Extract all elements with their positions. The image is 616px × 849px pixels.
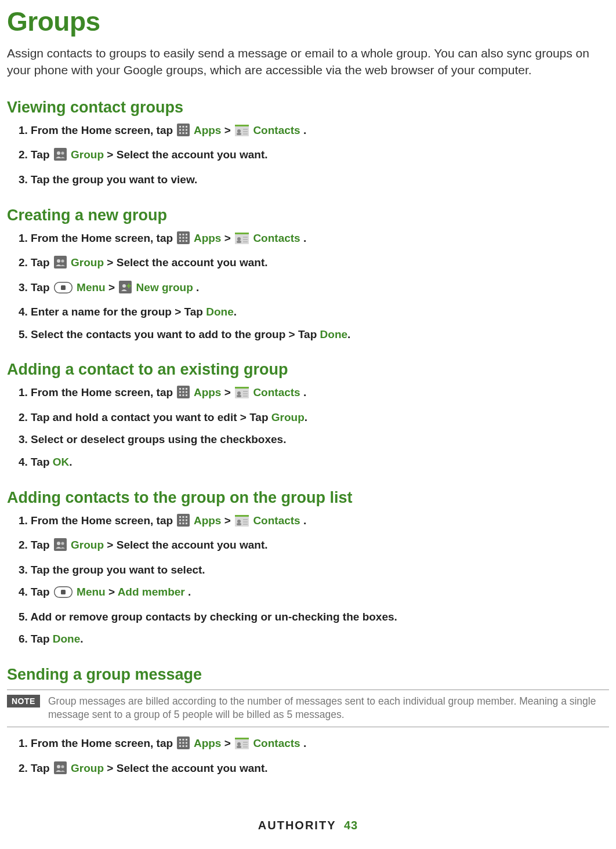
kw-ok: OK	[53, 456, 70, 468]
text: .	[196, 281, 199, 293]
text: 1. From the Home screen, tap	[19, 124, 176, 136]
footer-page: 43	[344, 819, 358, 832]
kw-group: Group	[71, 148, 104, 161]
text: > Select the account you want.	[107, 256, 267, 269]
heading-addcontacts-list: Adding contacts to the group on the grou…	[7, 489, 609, 507]
heading-viewing: Viewing contact groups	[7, 99, 609, 117]
kw-newgroup: New group	[136, 281, 193, 293]
text: .	[303, 386, 306, 398]
text: 3. Tap	[19, 281, 53, 293]
heading-sending: Sending a group message	[7, 666, 609, 684]
contacts-icon	[235, 233, 249, 249]
text: 1. From the Home screen, tap	[19, 514, 176, 527]
text: >	[224, 386, 234, 398]
list-item: 5. Select the contacts you want to add t…	[19, 326, 609, 343]
text: >	[108, 586, 118, 598]
contacts-icon	[235, 515, 249, 531]
text: .	[305, 411, 307, 423]
list-item: 4. Enter a name for the group > Tap Done…	[19, 304, 609, 320]
text: > Select the account you want.	[107, 539, 267, 551]
heading-addcontact: Adding a contact to an existing group	[7, 361, 609, 379]
contacts-icon	[235, 738, 249, 754]
text: .	[69, 456, 72, 468]
group-icon	[54, 761, 67, 779]
text: 6. Tap	[19, 633, 53, 645]
list-item: 5. Add or remove group contacts by check…	[19, 609, 609, 625]
kw-apps: Apps	[194, 737, 222, 749]
list-item: 6. Tap Done.	[19, 631, 609, 647]
kw-contacts: Contacts	[253, 232, 300, 244]
list-item: 2. Tap and hold a contact you want to ed…	[19, 409, 609, 426]
list-item: 1. From the Home screen, tap Apps > Cont…	[19, 122, 609, 141]
kw-group: Group	[71, 256, 104, 269]
text: 2. Tap and hold a contact you want to ed…	[19, 411, 271, 423]
kw-group: Group	[271, 411, 305, 423]
section-sending: Sending a group message NOTE Group messa…	[7, 666, 609, 778]
text: 4. Enter a name for the group > Tap	[19, 306, 206, 318]
text: >	[224, 514, 234, 527]
text: .	[80, 633, 83, 645]
kw-contacts: Contacts	[253, 386, 300, 398]
list-item: 2. Tap Group > Select the account you wa…	[19, 537, 609, 556]
section-viewing: Viewing contact groups 1. From the Home …	[7, 99, 609, 188]
list-item: 2. Tap Group > Select the account you wa…	[19, 147, 609, 165]
text: >	[224, 124, 234, 136]
text: >	[108, 281, 118, 293]
list-item: 3. Select or deselect groups using the c…	[19, 431, 609, 448]
text: >	[224, 232, 234, 244]
list-item: 1. From the Home screen, tap Apps > Cont…	[19, 513, 609, 531]
apps-icon	[177, 386, 190, 403]
note-text: Group messages are billed according to t…	[48, 695, 609, 722]
text: .	[303, 737, 306, 749]
intro-text: Assign contacts to groups to easily send…	[7, 45, 609, 79]
apps-icon	[177, 736, 190, 754]
text: .	[347, 328, 350, 340]
kw-contacts: Contacts	[253, 737, 300, 749]
new-group-icon	[119, 281, 132, 298]
contacts-icon	[235, 125, 249, 141]
kw-group: Group	[71, 762, 104, 774]
kw-addmember: Add member	[118, 586, 185, 598]
kw-done: Done	[53, 633, 81, 645]
text: 2. Tap	[19, 148, 53, 161]
list-item: 2. Tap Group > Select the account you wa…	[19, 255, 609, 273]
heading-creating: Creating a new group	[7, 206, 609, 224]
text: .	[188, 586, 191, 598]
kw-menu: Menu	[77, 586, 106, 598]
group-icon	[54, 256, 67, 273]
kw-done: Done	[320, 328, 348, 340]
kw-apps: Apps	[194, 386, 222, 398]
apps-icon	[177, 514, 190, 531]
list-item: 1. From the Home screen, tap Apps > Cont…	[19, 735, 609, 754]
kw-menu: Menu	[77, 281, 106, 293]
section-creating: Creating a new group 1. From the Home sc…	[7, 206, 609, 343]
group-icon	[54, 148, 67, 165]
apps-icon	[177, 231, 190, 249]
text: 2. Tap	[19, 256, 53, 269]
list-item: 4. Tap OK.	[19, 454, 609, 470]
text: >	[224, 737, 234, 749]
list-item: 3. Tap the group you want to view.	[19, 172, 609, 188]
section-addcontact: Adding a contact to an existing group 1.…	[7, 361, 609, 470]
kw-contacts: Contacts	[253, 124, 300, 136]
kw-apps: Apps	[194, 124, 222, 136]
list-item: 1. From the Home screen, tap Apps > Cont…	[19, 384, 609, 403]
group-icon	[54, 538, 67, 556]
contacts-icon	[235, 387, 249, 403]
apps-icon	[177, 124, 190, 141]
footer-brand: AUTHORITY	[258, 819, 336, 832]
text: 2. Tap	[19, 539, 53, 551]
note-badge: NOTE	[7, 695, 40, 708]
list-item: 1. From the Home screen, tap Apps > Cont…	[19, 230, 609, 249]
kw-apps: Apps	[194, 232, 222, 244]
list-item: 3. Tap the group you want to select.	[19, 562, 609, 578]
text: 4. Tap	[19, 456, 53, 468]
kw-done: Done	[206, 306, 234, 318]
text: 1. From the Home screen, tap	[19, 386, 176, 398]
kw-contacts: Contacts	[253, 514, 300, 527]
text: 1. From the Home screen, tap	[19, 232, 176, 244]
text: .	[303, 514, 306, 527]
list-item: 3. Tap Menu > New group .	[19, 280, 609, 298]
text: > Select the account you want.	[107, 762, 267, 774]
text: 5. Select the contacts you want to add t…	[19, 328, 320, 340]
